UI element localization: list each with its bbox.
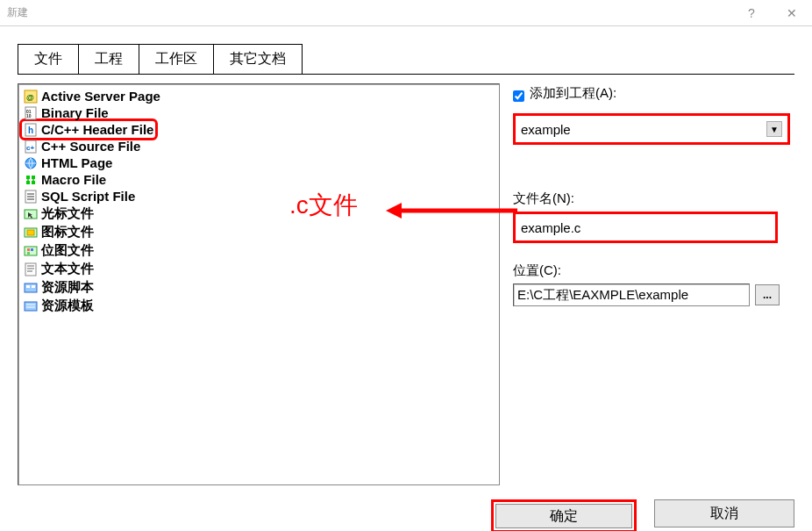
filename-label: 文件名(N): (513, 190, 794, 207)
window-title: 新建 (7, 5, 28, 20)
bitmap-icon (24, 244, 38, 258)
browse-button[interactable]: ... (755, 284, 780, 305)
file-type-item[interactable]: 资源脚本 (22, 278, 495, 297)
filename-input[interactable]: example.c (517, 216, 773, 239)
file-type-item[interactable]: 位图文件 (22, 241, 495, 260)
tab-file[interactable]: 文件 (18, 44, 79, 74)
asp-icon: @ (24, 90, 38, 104)
ok-button-highlight: 确定 (491, 499, 637, 531)
content-area: @ Active Server Page 0110 Binary File h … (18, 74, 794, 485)
sql-icon (24, 190, 38, 204)
svg-text:h: h (28, 126, 33, 135)
svg-rect-11 (32, 176, 35, 179)
location-label: 位置(C): (513, 262, 794, 279)
svg-rect-34 (25, 302, 37, 311)
file-type-item[interactable]: 0110 Binary File (22, 104, 495, 121)
cancel-button[interactable]: 取消 (654, 499, 794, 527)
svg-text:@: @ (26, 93, 34, 102)
svg-rect-26 (27, 252, 30, 255)
tab-project[interactable]: 工程 (78, 44, 139, 74)
project-dropdown-highlight: example ▼ (513, 113, 790, 145)
svg-text:10: 10 (26, 113, 32, 118)
file-type-item[interactable]: SQL Script File (22, 188, 495, 205)
file-type-item[interactable]: 光标文件 (22, 205, 495, 223)
filename-input-highlight: example.c (513, 212, 778, 243)
svg-text:c+: c+ (26, 144, 34, 152)
filename-group: 文件名(N): example.c (513, 190, 794, 243)
dialog-buttons: 确定 取消 (0, 491, 812, 531)
project-dropdown[interactable]: example ▼ (517, 118, 786, 140)
tab-other[interactable]: 其它文档 (213, 44, 303, 74)
resource-icon (24, 281, 38, 295)
titlebar-buttons: ? ✕ (731, 0, 812, 26)
cpp-icon: c+ (24, 140, 38, 154)
svg-rect-27 (25, 263, 36, 276)
html-icon (24, 156, 38, 170)
template-icon (24, 299, 38, 313)
file-type-item[interactable]: @ Active Server Page (22, 88, 495, 104)
close-button[interactable]: ✕ (772, 0, 812, 26)
file-type-item[interactable]: 文本文件 (22, 260, 495, 278)
file-type-item[interactable]: c+ C++ Source File (22, 138, 495, 154)
tab-workspace[interactable]: 工作区 (139, 44, 214, 74)
location-input[interactable]: E:\C工程\EAXMPLE\example (513, 283, 750, 306)
add-to-project-group: 添加到工程(A): example ▼ (513, 85, 794, 145)
file-type-list[interactable]: @ Active Server Page 0110 Binary File h … (18, 83, 500, 485)
tabs: 文件 工程 工作区 其它文档 (0, 26, 812, 74)
chevron-down-icon: ▼ (766, 121, 782, 137)
text-icon (24, 262, 38, 276)
help-button[interactable]: ? (731, 0, 772, 26)
header-icon: h (24, 123, 38, 137)
svg-rect-22 (27, 230, 34, 235)
titlebar: 新建 ? ✕ (0, 0, 812, 26)
svg-rect-25 (31, 248, 33, 251)
svg-rect-12 (26, 181, 30, 184)
add-to-project-checkbox[interactable] (513, 90, 524, 102)
svg-rect-24 (27, 248, 30, 251)
svg-rect-33 (32, 285, 35, 288)
location-group: 位置(C): E:\C工程\EAXMPLE\example ... (513, 262, 794, 306)
svg-rect-13 (32, 181, 35, 184)
binary-icon: 0110 (24, 106, 38, 120)
macro-icon (24, 173, 38, 187)
svg-rect-32 (26, 285, 30, 288)
file-type-item[interactable]: Macro File (22, 171, 495, 188)
icon-file-icon (24, 226, 38, 240)
file-type-item[interactable]: 资源模板 (22, 297, 495, 315)
svg-rect-10 (26, 176, 30, 179)
add-to-project-label: 添加到工程(A): (530, 85, 616, 102)
file-type-item[interactable]: HTML Page (22, 154, 495, 171)
cursor-icon (24, 207, 38, 221)
right-panel: 添加到工程(A): example ▼ 文件名(N): example.c 位置… (513, 83, 794, 485)
file-type-item[interactable]: 图标文件 (22, 223, 495, 241)
ok-button[interactable]: 确定 (495, 504, 632, 528)
